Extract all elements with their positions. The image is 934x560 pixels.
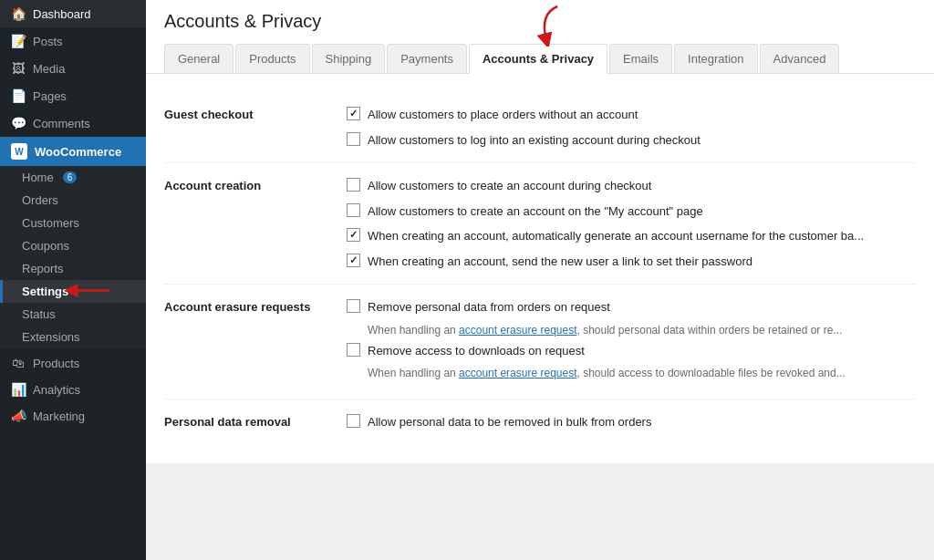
sidebar-item-analytics[interactable]: 📊 Analytics [0, 375, 146, 401]
field-row: Allow customers to create an account dur… [347, 177, 916, 195]
reports-label: Reports [22, 262, 64, 275]
field-row: Allow customers to create an account on … [347, 202, 916, 221]
field-row: When creating an account, automatically … [347, 227, 916, 245]
checkbox-remove-access-downloads[interactable] [347, 343, 360, 357]
settings-label: Settings [22, 285, 68, 298]
tab-payments[interactable]: Payments [387, 44, 467, 74]
checkbox-allow-orders-without-account[interactable] [347, 107, 360, 120]
sidebar-item-label: Dashboard [33, 7, 91, 21]
field-text: Allow customers to place orders without … [368, 106, 638, 124]
field-row: Allow customers to place orders without … [347, 106, 916, 124]
checkbox-create-account-myaccount[interactable] [347, 203, 360, 217]
home-badge: 6 [63, 171, 78, 183]
checkbox-allow-bulk-removal[interactable] [347, 414, 360, 428]
settings-arrow [64, 280, 114, 303]
section-label-account-erasure: Account erasure requests [164, 298, 347, 385]
woocommerce-submenu: Home 6 Orders Customers Coupons Reports … [0, 166, 146, 348]
analytics-label: Analytics [33, 383, 80, 397]
main-content: Accounts & Privacy General Products Ship… [146, 0, 934, 560]
section-fields-account-creation: Allow customers to create an account dur… [347, 177, 916, 270]
sidebar-item-coupons[interactable]: Coupons [0, 234, 146, 257]
tab-shipping[interactable]: Shipping [312, 44, 386, 74]
field-text: Allow customers to create an account on … [368, 202, 703, 221]
sidebar-item-label: Posts [33, 35, 63, 48]
field-text: Allow customers to create an account dur… [368, 177, 651, 195]
sidebar-item-posts[interactable]: 📝 Posts [0, 27, 146, 55]
tab-accounts-privacy[interactable]: Accounts & Privacy [469, 44, 607, 74]
section-account-erasure: Account erasure requests Remove personal… [164, 285, 916, 399]
tab-products[interactable]: Products [235, 44, 309, 74]
sidebar-item-comments[interactable]: 💬 Comments [0, 109, 146, 137]
sidebar-item-media[interactable]: 🖼 Media [0, 55, 146, 82]
section-fields-account-erasure: Remove personal data from orders on requ… [347, 298, 916, 385]
sidebar-item-marketing[interactable]: 📣 Marketing [0, 401, 146, 428]
checkbox-allow-login-checkout[interactable] [347, 132, 360, 146]
section-label-guest-checkout: Guest checkout [164, 106, 347, 149]
extensions-label: Extensions [22, 330, 80, 344]
dashboard-icon: 🏠 [11, 6, 26, 21]
sidebar-item-label: Pages [33, 89, 67, 103]
field-row: Remove personal data from orders on requ… [347, 298, 916, 316]
erasure-link-1[interactable]: account erasure request [459, 324, 576, 337]
sidebar-item-customers[interactable]: Customers [0, 212, 146, 234]
erasure-subtext-1: When handling an account erasure request… [347, 324, 916, 337]
field-text: Allow personal data to be removed in bul… [368, 413, 651, 431]
sidebar-item-home[interactable]: Home 6 [0, 166, 146, 189]
checkbox-auto-generate-username[interactable] [347, 228, 360, 242]
section-label-account-creation: Account creation [164, 177, 347, 270]
field-text: Remove access to downloads on request [368, 342, 585, 360]
checkbox-create-account-checkout[interactable] [347, 178, 360, 192]
sidebar-item-label: Comments [33, 117, 90, 130]
sidebar-item-label: Media [33, 62, 65, 76]
orders-label: Orders [22, 193, 58, 207]
sidebar-item-extensions[interactable]: Extensions [0, 326, 146, 348]
erasure-subtext-2: When handling an account erasure request… [347, 367, 916, 379]
tab-integration[interactable]: Integration [674, 44, 757, 74]
sidebar-item-products[interactable]: 🛍 Products [0, 348, 146, 375]
woocommerce-label: WooCommerce [35, 145, 121, 159]
page-title: Accounts & Privacy [164, 11, 916, 32]
sidebar-item-orders[interactable]: Orders [0, 189, 146, 212]
checkbox-send-password-link[interactable] [347, 254, 360, 267]
field-text: When creating an account, automatically … [368, 227, 864, 245]
field-row: When creating an account, send the new u… [347, 253, 916, 271]
comments-icon: 💬 [11, 116, 26, 130]
products-icon: 🛍 [11, 356, 26, 370]
products-label: Products [33, 357, 79, 370]
page-header: Accounts & Privacy General Products Ship… [146, 0, 934, 74]
section-account-creation: Account creation Allow customers to crea… [164, 163, 916, 285]
tabs-bar: General Products Shipping Payments Accou… [164, 43, 916, 73]
checkbox-remove-personal-data-orders[interactable] [347, 299, 360, 313]
marketing-icon: 📣 [11, 409, 26, 423]
woocommerce-icon: W [11, 143, 27, 160]
coupons-label: Coupons [22, 239, 69, 253]
section-fields-personal-data-removal: Allow personal data to be removed in bul… [347, 413, 916, 431]
sidebar-item-dashboard[interactable]: 🏠 Dashboard [0, 0, 146, 27]
home-label: Home [22, 171, 54, 184]
section-fields-guest-checkout: Allow customers to place orders without … [347, 106, 916, 149]
tab-emails[interactable]: Emails [609, 44, 672, 74]
section-personal-data-removal: Personal data removal Allow personal dat… [164, 399, 916, 445]
tab-advanced[interactable]: Advanced [760, 44, 840, 74]
sidebar-item-settings[interactable]: Settings [0, 280, 146, 303]
sidebar: 🏠 Dashboard 📝 Posts 🖼 Media 📄 Pages 💬 Co… [0, 0, 146, 560]
sidebar-item-status[interactable]: Status [0, 303, 146, 326]
field-row: Allow personal data to be removed in bul… [347, 413, 916, 431]
field-text: When creating an account, send the new u… [368, 253, 752, 271]
sidebar-item-reports[interactable]: Reports [0, 257, 146, 280]
marketing-label: Marketing [33, 410, 85, 423]
woocommerce-section[interactable]: W WooCommerce [0, 137, 146, 166]
field-row: Remove access to downloads on request [347, 342, 916, 360]
field-text: Remove personal data from orders on requ… [368, 298, 610, 316]
pages-icon: 📄 [11, 88, 26, 103]
media-icon: 🖼 [11, 61, 26, 76]
tab-general[interactable]: General [164, 44, 234, 74]
field-text: Allow customers to log into an existing … [368, 131, 700, 150]
sidebar-item-pages[interactable]: 📄 Pages [0, 82, 146, 109]
settings-content: Guest checkout Allow customers to place … [146, 74, 934, 463]
posts-icon: 📝 [11, 34, 26, 48]
analytics-icon: 📊 [11, 382, 26, 397]
erasure-link-2[interactable]: account erasure request [459, 367, 576, 379]
status-label: Status [22, 307, 56, 321]
section-label-personal-data-removal: Personal data removal [164, 413, 347, 431]
